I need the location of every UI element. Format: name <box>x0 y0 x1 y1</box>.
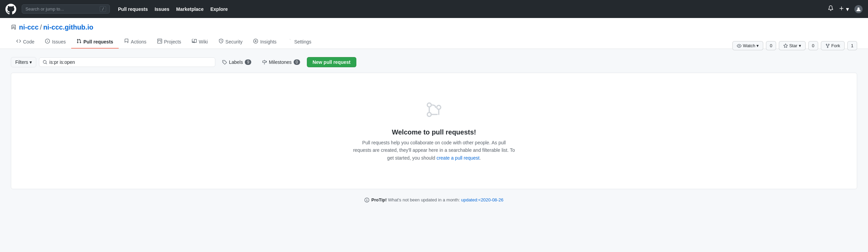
nav-issues[interactable]: Issues <box>152 4 172 14</box>
tab-projects-label: Projects <box>164 39 181 44</box>
projects-icon <box>157 39 162 44</box>
repo-name-link[interactable]: ni-ccc.github.io <box>43 23 93 31</box>
star-chevron: ▾ <box>799 43 801 48</box>
tab-issues-label: Issues <box>52 39 65 44</box>
tab-actions-label: Actions <box>131 39 146 44</box>
tab-insights[interactable]: Insights <box>248 35 282 49</box>
pr-empty-icon <box>425 100 443 123</box>
notifications-icon[interactable] <box>828 5 833 13</box>
issues-icon <box>45 39 50 44</box>
security-icon <box>219 39 223 44</box>
add-icon[interactable]: ▾ <box>839 5 849 13</box>
search-shortcut: / <box>100 6 106 12</box>
code-icon <box>16 39 21 44</box>
insights-icon <box>253 39 258 44</box>
tab-wiki-label: Wiki <box>199 39 208 44</box>
main-content: Filters ▾ Labels 9 Milestones 0 New pull… <box>0 49 868 211</box>
tab-security-label: Security <box>225 39 243 44</box>
empty-state-description: Pull requests help you collaborate on co… <box>353 139 515 162</box>
nav-marketplace[interactable]: Marketplace <box>174 4 206 14</box>
search-placeholder: Search or jump to... <box>25 6 97 12</box>
tab-issues[interactable]: Issues <box>40 35 71 49</box>
tab-settings-label: Settings <box>294 39 312 44</box>
tab-projects[interactable]: Projects <box>152 35 187 49</box>
protip-icon <box>364 198 369 202</box>
wiki-icon <box>192 39 197 44</box>
protip: ProTip! What's not been updated in a mon… <box>11 197 857 202</box>
breadcrumb: ni-ccc / ni-ccc.github.io <box>11 23 857 31</box>
avatar[interactable] <box>854 5 863 13</box>
pr-icon <box>77 39 81 44</box>
search-icon <box>43 60 47 65</box>
labels-count: 9 <box>245 59 251 65</box>
star-label: Star <box>789 43 797 48</box>
watch-chevron: ▾ <box>756 43 759 48</box>
fork-label: Fork <box>831 43 840 48</box>
search-bar[interactable]: Search or jump to... / <box>22 4 110 14</box>
protip-link[interactable]: updated:<2020-08-26 <box>461 197 504 202</box>
settings-icon <box>288 39 292 44</box>
milestone-icon <box>262 60 267 65</box>
top-nav-links: Pull requests Issues Marketplace Explore <box>115 4 231 14</box>
tab-security[interactable]: Security <box>213 35 248 49</box>
pr-toolbar: Filters ▾ Labels 9 Milestones 0 New pull… <box>11 57 857 67</box>
repo-owner-link[interactable]: ni-ccc <box>19 23 39 31</box>
nav-explore[interactable]: Explore <box>208 4 230 14</box>
labels-label: Labels <box>229 59 243 65</box>
tab-pull-requests[interactable]: Pull requests <box>71 35 119 49</box>
protip-label: ProTip! <box>371 197 387 202</box>
milestones-button[interactable]: Milestones 0 <box>258 57 304 67</box>
tab-insights-label: Insights <box>260 39 276 44</box>
filters-button[interactable]: Filters ▾ <box>11 57 36 67</box>
tab-pr-label: Pull requests <box>83 39 113 44</box>
labels-button[interactable]: Labels 9 <box>218 57 255 67</box>
tab-settings[interactable]: Settings <box>282 35 317 49</box>
github-logo[interactable] <box>5 4 16 15</box>
breadcrumb-slash: / <box>40 23 42 31</box>
top-nav-right: ▾ <box>828 5 863 13</box>
search-input-wrapper <box>39 57 215 67</box>
filters-label: Filters <box>15 59 28 65</box>
filters-chevron: ▾ <box>29 59 32 65</box>
protip-text: What's not been updated in a month: <box>388 197 460 202</box>
create-pr-link[interactable]: create a pull request <box>436 155 479 161</box>
milestones-count: 0 <box>294 59 300 65</box>
repo-header: ni-ccc / ni-ccc.github.io Watch ▾ 0 Star… <box>0 18 868 49</box>
new-pull-request-button[interactable]: New pull request <box>307 57 356 67</box>
top-navigation: Search or jump to... / Pull requests Iss… <box>0 0 868 18</box>
label-icon <box>222 60 227 65</box>
watch-label: Watch <box>743 43 755 48</box>
tab-code[interactable]: Code <box>11 35 40 49</box>
milestones-label: Milestones <box>269 59 292 65</box>
empty-state: Welcome to pull requests! Pull requests … <box>11 73 857 189</box>
search-input[interactable] <box>50 59 212 65</box>
tab-navigation: Code Issues Pull requests Actions Projec… <box>11 35 857 49</box>
tab-code-label: Code <box>23 39 34 44</box>
tab-wiki[interactable]: Wiki <box>186 35 213 49</box>
tab-actions[interactable]: Actions <box>119 35 152 49</box>
empty-state-title: Welcome to pull requests! <box>392 128 476 136</box>
pr-list-box: Welcome to pull requests! Pull requests … <box>11 73 857 189</box>
nav-pull-requests[interactable]: Pull requests <box>115 4 151 14</box>
actions-icon <box>124 39 129 44</box>
